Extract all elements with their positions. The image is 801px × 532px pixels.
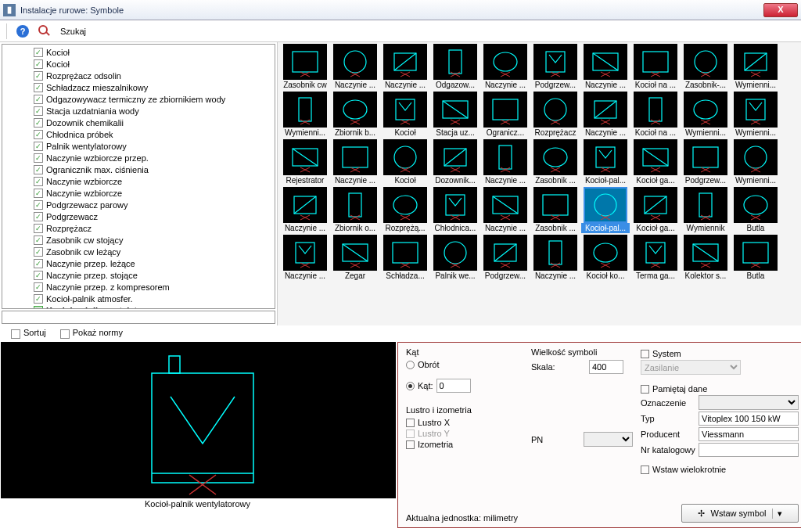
insert-symbol-button[interactable]: ✢ Wstaw symbol ▾ (681, 504, 799, 523)
help-icon[interactable]: ? (16, 25, 29, 38)
search-label[interactable]: Szukaj (60, 27, 86, 36)
symbol-thumb[interactable]: Kocioł (381, 92, 429, 138)
symbol-thumb[interactable]: Dozownik... (431, 139, 480, 185)
symbol-thumb[interactable]: Naczynie ... (331, 139, 379, 185)
tree-item[interactable]: ✓Podgrzewacz parowy (32, 199, 275, 210)
symbol-thumb[interactable]: Zasobnik ... (531, 187, 580, 233)
type-input[interactable] (699, 412, 799, 426)
sort-checkbox[interactable]: Sortuj (11, 328, 46, 338)
tree-item[interactable]: ✓Naczynie wzbiorcze (32, 175, 275, 187)
symbol-thumb[interactable]: Wymienni... (731, 44, 780, 90)
symbol-thumb[interactable]: Kocioł-pal... (581, 187, 630, 233)
isometry-checkbox[interactable]: Izometria (406, 440, 523, 449)
symbol-thumb[interactable]: Butla (731, 187, 780, 233)
show-norms-checkbox[interactable]: Pokaż normy (60, 328, 123, 338)
tree-hscroll[interactable] (2, 311, 275, 324)
tree-item[interactable]: ✓Naczynie wzbiorcze przep. (32, 152, 275, 164)
symbol-thumb[interactable]: Odgazow... (431, 44, 480, 90)
tree-item[interactable]: ✓Rozprężacz (32, 222, 275, 234)
tree-item[interactable]: ✓Zasobnik cw leżący (32, 246, 275, 257)
symbol-thumb[interactable]: Zasobnik cw (281, 44, 329, 90)
scale-input[interactable] (589, 360, 623, 374)
tree-item[interactable]: ✓Kocioł (32, 46, 275, 58)
symbol-thumb[interactable]: Rozprężacz (531, 92, 580, 138)
pn-select[interactable] (584, 432, 633, 447)
tree-item[interactable]: ✓Rozprężacz odsolin (32, 70, 275, 81)
symbol-thumb[interactable]: Kocioł ga... (631, 139, 680, 185)
symbol-grid[interactable]: Zasobnik cwNaczynie ...Naczynie ...Odgaz… (278, 42, 801, 311)
tree-item[interactable]: ✓Podgrzewacz (32, 210, 275, 222)
symbol-thumb[interactable]: Kocioł na ... (631, 92, 680, 138)
symbol-thumb[interactable]: Zegar (331, 235, 379, 281)
symbol-thumb[interactable]: Zbiornik o... (331, 187, 379, 233)
angle-input[interactable] (436, 379, 471, 393)
symbol-thumb[interactable]: Kolektor s... (681, 235, 730, 281)
symbol-thumb[interactable]: Naczynie ... (381, 44, 429, 90)
close-button[interactable]: X (763, 3, 798, 17)
maker-input[interactable] (699, 427, 799, 441)
tree-item[interactable]: ✓Odgazowywacz termiczny ze zbiornikiem w… (32, 93, 275, 105)
chevron-down-icon[interactable]: ▾ (772, 509, 782, 519)
tree-item[interactable]: ✓Chłodnica próbek (32, 128, 275, 140)
search-icon[interactable] (38, 25, 51, 38)
tree-item[interactable]: ✓Palnik wentylatorowy (32, 140, 275, 152)
symbol-thumb[interactable]: Naczynie ... (481, 187, 530, 233)
symbol-thumb[interactable]: Kocioł na ... (631, 44, 680, 90)
symbol-thumb[interactable]: Wymienni... (281, 92, 329, 138)
tree-item[interactable]: ✓Kocioł-palnik wentylatorowy (32, 304, 275, 309)
rotate-radio[interactable]: Obrót (406, 360, 523, 369)
symbol-thumb[interactable]: Chłodnica... (431, 187, 480, 233)
symbol-thumb[interactable]: Naczynie ... (481, 139, 530, 185)
symbol-thumb[interactable]: Naczynie ... (581, 92, 630, 138)
symbol-thumb[interactable]: Kocioł (381, 139, 429, 185)
symbol-thumb[interactable]: Kocioł ga... (631, 187, 680, 233)
tree-item-label: Naczynie przep. stojące (46, 271, 138, 280)
tree-item[interactable]: ✓Schładzacz mieszalnikowy (32, 81, 275, 93)
tree-item[interactable]: ✓Kocioł-palnik atmosfer. (32, 293, 275, 304)
symbol-thumb[interactable]: Naczynie ... (581, 44, 630, 90)
symbol-thumb[interactable]: Stacja uz... (431, 92, 480, 138)
remember-checkbox[interactable]: Pamiętaj dane (641, 384, 799, 394)
mirror-x-checkbox[interactable]: Lustro X (406, 418, 523, 427)
symbol-thumb[interactable]: Rejestrator (281, 139, 329, 185)
tree-item[interactable]: ✓Stacja uzdatniania wody (32, 105, 275, 117)
tree-item[interactable]: ✓Kocioł (32, 58, 275, 70)
tree-item[interactable]: ✓Naczynie wzbiorcze (32, 187, 275, 199)
symbol-thumb[interactable]: Podgrzew... (681, 139, 730, 185)
symbol-thumb[interactable]: Rozprężą... (381, 187, 429, 233)
tree-item[interactable]: ✓Dozownik chemikalii (32, 117, 275, 128)
symbol-thumb[interactable]: Palnik we... (431, 235, 480, 281)
symbol-thumb[interactable]: Naczynie ... (531, 235, 580, 281)
symbol-thumb[interactable]: Zasobnik-... (681, 44, 730, 90)
catno-input[interactable] (699, 443, 799, 457)
tree-item[interactable]: ✓Naczynie przep. stojące (32, 269, 275, 281)
symbol-thumb[interactable]: Ogranicz... (481, 92, 530, 138)
symbol-thumb[interactable]: Schładza... (381, 235, 429, 281)
symbol-thumb[interactable]: Zasobnik ... (531, 139, 580, 185)
symbol-thumb[interactable]: Podgrzew... (531, 44, 580, 90)
tree-item[interactable]: ✓Naczynie przep. leżące (32, 257, 275, 269)
symbol-thumb[interactable]: Naczynie ... (331, 44, 379, 90)
symbol-thumb[interactable]: Kocioł-pal... (581, 139, 630, 185)
symbol-thumb[interactable]: Naczynie ... (281, 235, 329, 281)
tree-item[interactable]: ✓Naczynie przep. z kompresorem (32, 281, 275, 293)
symbol-thumb[interactable]: Terma ga... (631, 235, 680, 281)
symbol-thumb[interactable]: Wymienni... (681, 92, 730, 138)
angle-radio[interactable]: Kąt: (406, 379, 523, 393)
symbol-thumb[interactable]: Naczynie ... (281, 187, 329, 233)
insert-multi-checkbox[interactable]: Wstaw wielokrotnie (641, 465, 799, 474)
symbol-thumb[interactable]: Zbiornik b... (331, 92, 379, 138)
symbol-thumb[interactable]: Naczynie ... (481, 44, 530, 90)
symbol-thumb[interactable]: Butla (731, 235, 780, 281)
symbol-thumb[interactable]: Wymienni... (731, 92, 780, 138)
mark-select[interactable] (699, 395, 799, 410)
symbol-tree[interactable]: ✓Kocioł✓Kocioł✓Rozprężacz odsolin✓Schład… (2, 44, 275, 309)
symbol-thumb[interactable]: Wymiennik (681, 187, 730, 233)
symbol-thumb[interactable]: Podgrzew... (481, 235, 530, 281)
symbol-thumb[interactable]: Kocioł ko... (581, 235, 630, 281)
system-checkbox[interactable]: System (641, 349, 799, 358)
symbol-thumb[interactable]: Wymienni... (731, 139, 780, 185)
tree-item[interactable]: ✓Ogranicznik max. ciśnienia (32, 164, 275, 175)
tree-item[interactable]: ✓Zasobnik cw stojący (32, 234, 275, 246)
grid-hscroll[interactable] (279, 311, 801, 324)
